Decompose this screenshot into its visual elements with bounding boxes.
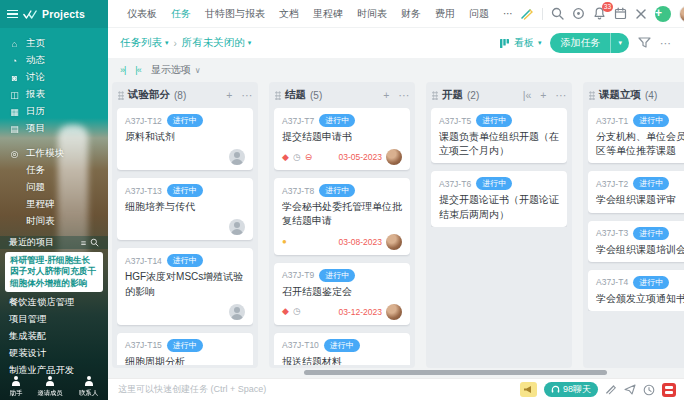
column-title: 试验部分: [128, 88, 170, 102]
sidebar-footer-联系人[interactable]: 联系人: [78, 376, 99, 398]
target-icon[interactable]: [572, 7, 585, 20]
sort-icon[interactable]: ≡: [81, 238, 86, 248]
chat-badge[interactable]: 98聊天: [544, 382, 598, 397]
recent-project-item[interactable]: 硬装设计: [0, 345, 108, 362]
task-card[interactable]: A37J-T10进行中报送结题材料03-18-2023: [274, 333, 410, 365]
task-card[interactable]: A37J-T13进行中细胞培养与传代: [117, 178, 253, 240]
column-more-icon[interactable]: ⋯: [556, 90, 567, 101]
sidebar-footer-邀请成员[interactable]: 邀请成员: [36, 376, 64, 398]
tab-2[interactable]: 甘特图与报表: [198, 0, 272, 27]
card-id-row: A37J-T6进行中: [439, 177, 559, 190]
view-switch-kanban[interactable]: 看板 ▾: [499, 36, 542, 50]
tab-4[interactable]: 里程碑: [306, 0, 350, 27]
collapse-all-columns-icon[interactable]: |«: [135, 65, 140, 75]
hamburger-menu-icon[interactable]: [7, 10, 18, 18]
task-card[interactable]: A37J-T6进行中提交开题论证书（开题论证结束后两周内）: [431, 171, 567, 226]
calendar-icon[interactable]: [614, 7, 627, 20]
task-card[interactable]: A37J-T5进行中课题负责单位组织开题（在立项三个月内）: [431, 108, 567, 163]
search-projects-icon[interactable]: [90, 238, 99, 247]
search-icon[interactable]: [551, 7, 564, 20]
invite-add-button[interactable]: +: [655, 6, 671, 22]
task-list-dropdown[interactable]: 任务列表 ▾: [120, 36, 169, 50]
sidebar-item-home[interactable]: ⌂主页: [0, 35, 108, 52]
tab-3[interactable]: 文档: [272, 0, 306, 27]
sidebar-item-label: 项目: [26, 122, 45, 135]
sidebar-item-report[interactable]: ◫报表: [0, 86, 108, 103]
add-task-button[interactable]: 添加任务 ▾: [550, 33, 629, 53]
sidebar-item-activity[interactable]: ◔动态: [0, 52, 108, 69]
collapse-column-icon[interactable]: |«: [523, 90, 532, 101]
task-card[interactable]: A37J-T9进行中召开结题鉴定会◆◷03-12-2023: [274, 263, 410, 325]
shortcuts-icon[interactable]: [635, 8, 647, 20]
recent-project-item[interactable]: 集成装配: [0, 328, 108, 345]
bell-icon[interactable]: 33: [593, 7, 606, 20]
toolbar-more-button[interactable]: ⋯: [660, 37, 672, 50]
clock-icon[interactable]: [643, 384, 655, 396]
signature-pen-icon[interactable]: [605, 384, 617, 395]
scrollbar-thumb[interactable]: [304, 370, 606, 375]
quick-create-input[interactable]: 这里可以快速创建任务 (Ctrl + Space): [118, 383, 512, 396]
footer-label: 助手: [10, 389, 23, 398]
nav-more-button[interactable]: ⋯: [496, 0, 520, 27]
task-card[interactable]: A37J-T7进行中提交结题申请书◆◷⊖03-05-2023: [274, 108, 410, 170]
add-task-dropdown[interactable]: ▾: [610, 33, 629, 53]
task-card[interactable]: A37J-T2进行中学会组织课题评审: [588, 171, 684, 212]
task-card[interactable]: A37J-T15进行中细胞周期分析: [117, 333, 253, 365]
add-card-icon[interactable]: +: [383, 90, 389, 101]
bottom-bar: 这里可以快速创建任务 (Ctrl + Space) 98聊天: [108, 378, 684, 400]
project-icon: ▤: [9, 124, 20, 134]
column-more-icon[interactable]: ⋯: [242, 90, 253, 101]
recent-project-item[interactable]: 项目管理: [0, 311, 108, 328]
top-bar: 仪表板任务甘特图与报表文档里程碑时间表财务费用问题⋯: [108, 0, 684, 28]
task-title: 学会秘书处委托管理单位批复结题申请: [282, 200, 402, 228]
app-logo[interactable]: [662, 383, 676, 397]
tab-8[interactable]: 问题: [462, 0, 496, 27]
task-card[interactable]: A37J-T12进行中原料和试剂: [117, 108, 253, 170]
sidebar-subitem-里程碑[interactable]: 里程碑: [0, 196, 108, 213]
board-column-0: 试验部分(8)+⋯A37J-T12进行中原料和试剂A37J-T13进行中细胞培养…: [112, 82, 258, 368]
drag-handle-icon[interactable]: [432, 91, 438, 100]
task-card[interactable]: A37J-T8进行中学会秘书处委托管理单位批复结题申请●03-08-2023: [274, 178, 410, 254]
sidebar-group-header[interactable]: ◎ 工作模块: [0, 145, 108, 162]
task-card[interactable]: A37J-T3进行中学会组织课题培训会: [588, 221, 684, 262]
drag-handle-icon[interactable]: [275, 91, 281, 100]
top-nav: 仪表板任务甘特图与报表文档里程碑时间表财务费用问题⋯: [120, 0, 520, 27]
sidebar-subitem-问题[interactable]: 问题: [0, 179, 108, 196]
active-project-item[interactable]: 科研管理-肝细胞生长因子对人脐带间充质干细胞体外增殖的影响: [5, 252, 103, 292]
sidebar-content: Projects ⌂主页◔动态◙讨论◫报表▦日历▤项目 ◎ 工作模块 任务问题里…: [0, 0, 108, 400]
recent-project-item[interactable]: 制造业产品开发: [0, 362, 108, 374]
column-more-icon[interactable]: ⋯: [399, 90, 410, 101]
tab-5[interactable]: 时间表: [350, 0, 394, 27]
filter-dropdown[interactable]: 所有未关闭的 ▾: [182, 36, 252, 50]
add-card-icon[interactable]: +: [540, 90, 546, 101]
tab-6[interactable]: 财务: [394, 0, 428, 27]
tab-7[interactable]: 费用: [428, 0, 462, 27]
filter-funnel-icon[interactable]: [638, 37, 651, 49]
paper-plane-icon[interactable]: [624, 384, 636, 395]
chevron-down-icon: ▾: [618, 39, 622, 47]
display-options-dropdown[interactable]: 显示选项 ∨: [151, 63, 201, 77]
drag-handle-icon[interactable]: [589, 91, 595, 100]
tab-0[interactable]: 仪表板: [120, 0, 164, 27]
add-card-icon[interactable]: +: [226, 90, 232, 101]
recent-project-item[interactable]: 餐饮连锁店管理: [0, 294, 108, 311]
task-title: 报送结题材料: [282, 355, 402, 365]
task-card[interactable]: A37J-T14进行中HGF浓度对MSCs增殖试验的影响: [117, 248, 253, 324]
card-id-row: A37J-T12进行中: [125, 114, 245, 127]
sidebar-footer-助手[interactable]: 助手: [9, 376, 23, 398]
sidebar-item-project[interactable]: ▤项目: [0, 120, 108, 137]
status-badge: 进行中: [167, 254, 203, 267]
expand-all-columns-icon[interactable]: »|: [120, 65, 125, 75]
sidebar-subitem-任务[interactable]: 任务: [0, 162, 108, 179]
pen-icon[interactable]: [520, 8, 534, 20]
task-card[interactable]: A37J-T1进行中分支机构、单位会员、省/区等单位推荐课题: [588, 108, 684, 163]
sidebar-item-discussion[interactable]: ◙讨论: [0, 69, 108, 86]
sidebar-subitem-时间表[interactable]: 时间表: [0, 213, 108, 230]
tab-1[interactable]: 任务: [164, 0, 198, 27]
horizontal-scrollbar[interactable]: [114, 369, 674, 377]
drag-handle-icon[interactable]: [118, 91, 124, 100]
user-avatar[interactable]: [679, 5, 684, 23]
announcement-icon[interactable]: [520, 382, 537, 397]
sidebar-item-calendar[interactable]: ▦日历: [0, 103, 108, 120]
task-card[interactable]: A37J-T4进行中学会颁发立项通知书: [588, 270, 684, 311]
